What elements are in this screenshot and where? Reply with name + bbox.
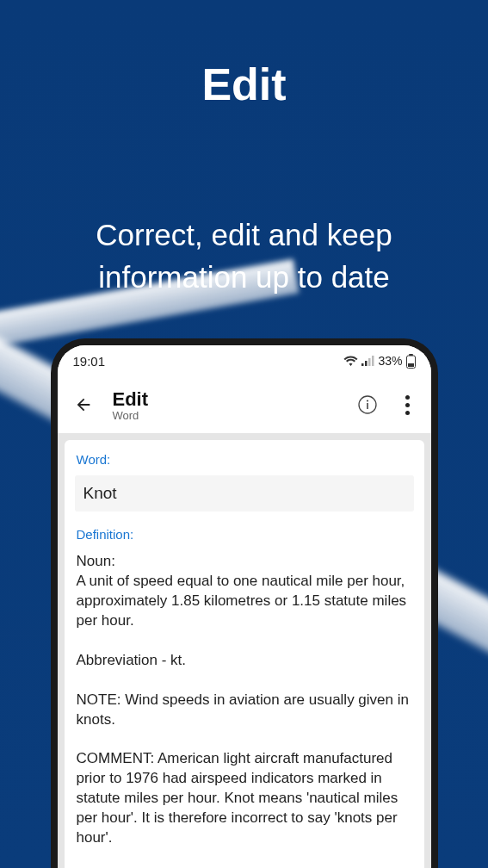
- battery-percentage: 33%: [378, 354, 402, 368]
- word-input-wrap: [75, 475, 414, 512]
- app-bar: Edit Word: [58, 376, 431, 433]
- svg-point-8: [366, 400, 368, 401]
- phone-screen: 19:01 33% Edit Word: [58, 345, 431, 868]
- battery-icon: [406, 354, 416, 369]
- status-time: 19:01: [73, 354, 106, 369]
- definition-textarea[interactable]: Noun: A unit of speed equal to one nauti…: [77, 552, 412, 848]
- more-vertical-icon: [405, 395, 410, 400]
- arrow-left-icon: [74, 395, 93, 414]
- app-bar-subtitle: Word: [113, 409, 338, 422]
- status-bar: 19:01 33%: [58, 345, 431, 376]
- svg-rect-2: [368, 358, 371, 366]
- word-field-label: Word:: [77, 452, 412, 467]
- signal-icon: [361, 356, 374, 366]
- phone-frame: 19:01 33% Edit Word: [51, 338, 438, 868]
- definition-field-label: Definition:: [77, 527, 412, 542]
- svg-rect-9: [367, 403, 368, 409]
- wifi-icon: [343, 356, 358, 367]
- content-area: Word: Definition: Noun: A unit of speed …: [58, 433, 431, 868]
- info-icon: [357, 394, 378, 415]
- svg-rect-0: [361, 363, 364, 366]
- back-button[interactable]: [70, 391, 97, 418]
- app-bar-titles: Edit Word: [113, 388, 338, 422]
- svg-rect-6: [408, 363, 414, 367]
- svg-rect-3: [372, 356, 374, 366]
- edit-card: Word: Definition: Noun: A unit of speed …: [65, 440, 424, 868]
- info-button[interactable]: [354, 391, 381, 418]
- more-button[interactable]: [397, 391, 419, 418]
- svg-rect-1: [365, 361, 368, 366]
- app-bar-title: Edit: [113, 388, 338, 411]
- word-input[interactable]: [83, 484, 405, 503]
- promo-subtitle-line: information up to date: [98, 260, 390, 294]
- promo-title: Edit: [0, 59, 488, 110]
- promo-subtitle: Correct, edit and keep information up to…: [0, 214, 488, 298]
- promo-subtitle-line: Correct, edit and keep: [96, 218, 392, 251]
- status-right: 33%: [343, 354, 415, 369]
